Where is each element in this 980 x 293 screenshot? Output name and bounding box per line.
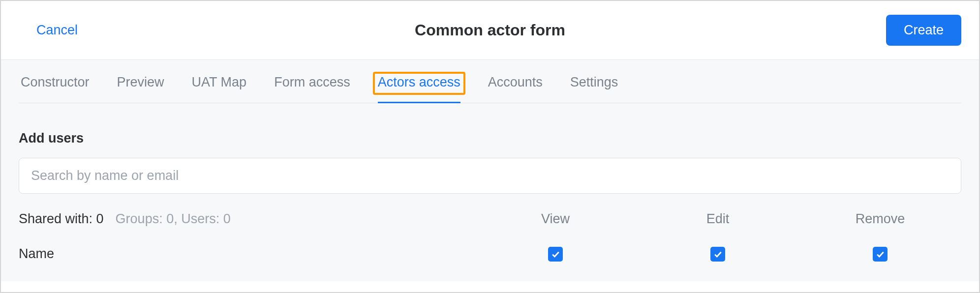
tab-actors-access[interactable]: Actors access <box>378 75 460 103</box>
column-header-remove: Remove <box>799 211 961 227</box>
tab-preview[interactable]: Preview <box>117 75 164 103</box>
shared-with-label: Shared with: 0 <box>19 211 104 227</box>
tab-form-access[interactable]: Form access <box>274 75 350 103</box>
tab-actors-access-label: Actors access <box>378 75 460 89</box>
groups-users-label: Groups: 0, Users: 0 <box>116 211 231 227</box>
checkbox-remove[interactable] <box>873 247 888 262</box>
tab-constructor[interactable]: Constructor <box>21 75 90 103</box>
create-button[interactable]: Create <box>886 15 961 46</box>
permissions-row: Name <box>19 246 961 262</box>
tab-uat-map[interactable]: UAT Map <box>192 75 247 103</box>
cancel-button[interactable]: Cancel <box>36 23 78 38</box>
tab-accounts[interactable]: Accounts <box>488 75 543 103</box>
tabs-bar: Constructor Preview UAT Map Form access … <box>19 60 961 103</box>
stats-row: Shared with: 0 Groups: 0, Users: 0 View … <box>19 211 961 227</box>
search-input[interactable] <box>19 158 961 194</box>
checkbox-view[interactable] <box>548 247 563 262</box>
column-header-view: View <box>474 211 637 227</box>
page-title: Common actor form <box>415 21 565 39</box>
check-icon <box>875 249 885 259</box>
checkbox-edit[interactable] <box>710 247 725 262</box>
section-title-add-users: Add users <box>19 131 961 146</box>
row-name-label: Name <box>19 246 54 262</box>
check-icon <box>551 249 560 259</box>
tab-settings[interactable]: Settings <box>570 75 618 103</box>
check-icon <box>713 249 723 259</box>
column-header-edit: Edit <box>637 211 799 227</box>
